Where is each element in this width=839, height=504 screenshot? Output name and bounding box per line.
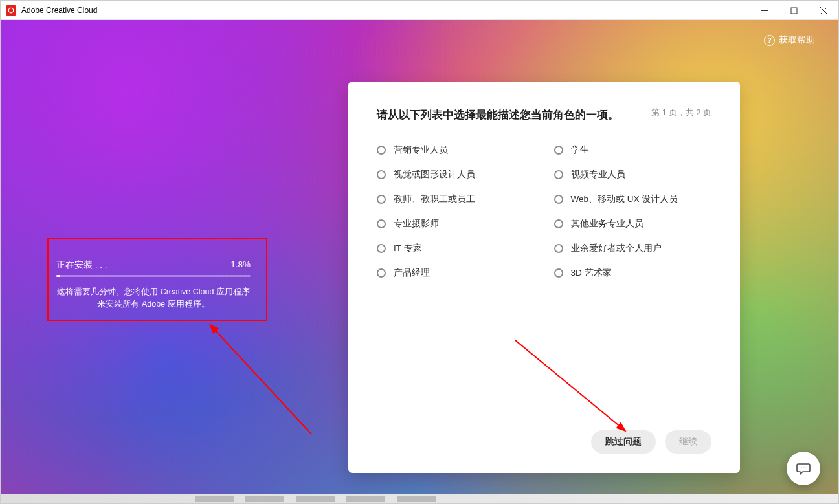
role-option[interactable]: 学生 [554, 144, 712, 156]
survey-options: 营销专业人员视觉或图形设计人员教师、教职工或员工专业摄影师IT 专家产品经理 学… [377, 144, 711, 279]
minimize-button[interactable] [749, 1, 779, 20]
install-progress-bar [56, 275, 251, 277]
survey-title: 请从以下列表中选择最能描述您当前角色的一项。 [377, 107, 619, 122]
svg-point-0 [8, 8, 14, 13]
install-status-row: 正在安装 . . . 1.8% [56, 259, 251, 271]
role-option[interactable]: 视觉或图形设计人员 [377, 169, 535, 181]
close-button[interactable] [809, 1, 838, 20]
role-option[interactable]: IT 专家 [377, 243, 535, 254]
card-header: 请从以下列表中选择最能描述您当前角色的一项。 第 1 页，共 2 页 [377, 107, 711, 122]
svg-point-5 [803, 467, 803, 468]
svg-point-6 [805, 467, 805, 468]
client-area: ? 获取帮助 正在安装 . . . 1.8% 这将需要几分钟。您将使用 Crea… [1, 20, 838, 503]
install-status-text: 正在安装 . . . [56, 259, 107, 271]
svg-line-2 [214, 329, 311, 434]
adobe-cc-icon [6, 5, 16, 16]
role-option-label: 专业摄影师 [394, 218, 439, 230]
radio-icon [554, 244, 563, 253]
chat-icon [796, 461, 811, 476]
window-controls [749, 1, 838, 20]
role-option[interactable]: 其他业务专业人员 [554, 218, 712, 230]
get-help-link[interactable]: ? 获取帮助 [764, 34, 815, 46]
role-option[interactable]: 专业摄影师 [377, 218, 535, 230]
install-progress-fill [56, 275, 60, 277]
role-option-label: 教师、教职工或员工 [394, 193, 475, 205]
role-option[interactable]: 业余爱好者或个人用户 [554, 243, 712, 254]
options-column-right: 学生视频专业人员Web、移动或 UX 设计人员其他业务专业人员业余爱好者或个人用… [554, 144, 712, 279]
help-label: 获取帮助 [779, 34, 815, 46]
help-icon: ? [764, 35, 775, 46]
radio-icon [377, 219, 386, 228]
options-column-left: 营销专业人员视觉或图形设计人员教师、教职工或员工专业摄影师IT 专家产品经理 [377, 144, 535, 279]
install-description: 这将需要几分钟。您将使用 Creative Cloud 应用程序来安装所有 Ad… [56, 286, 251, 311]
role-option[interactable]: 3D 艺术家 [554, 267, 712, 279]
radio-icon [554, 195, 563, 204]
role-option-label: 营销专业人员 [394, 144, 448, 156]
radio-icon [377, 195, 386, 204]
radio-icon [554, 146, 563, 155]
window-title: Adobe Creative Cloud [21, 6, 97, 15]
role-option-label: IT 专家 [394, 243, 422, 254]
role-option-label: 视频专业人员 [571, 169, 625, 181]
role-option-label: 业余爱好者或个人用户 [571, 243, 662, 254]
role-option-label: 视觉或图形设计人员 [394, 169, 475, 181]
svg-rect-1 [791, 8, 797, 14]
radio-icon [554, 219, 563, 228]
role-option[interactable]: 视频专业人员 [554, 169, 712, 181]
svg-point-4 [801, 467, 801, 468]
radio-icon [377, 170, 386, 179]
role-option-label: 学生 [571, 144, 589, 156]
app-window: Adobe Creative Cloud ? 获取帮助 正在安装 . . . 1… [0, 0, 839, 504]
radio-icon [377, 268, 386, 278]
radio-icon [377, 146, 386, 155]
background-taskbar [1, 494, 838, 503]
role-option[interactable]: 教师、教职工或员工 [377, 193, 535, 205]
chat-fab[interactable] [787, 452, 820, 485]
role-option-label: Web、移动或 UX 设计人员 [571, 193, 678, 205]
radio-icon [554, 170, 563, 179]
skip-questions-button[interactable]: 跳过问题 [591, 430, 656, 454]
role-survey-card: 请从以下列表中选择最能描述您当前角色的一项。 第 1 页，共 2 页 营销专业人… [348, 82, 740, 473]
card-footer: 跳过问题 继续 [377, 430, 711, 454]
titlebar: Adobe Creative Cloud [1, 1, 838, 20]
role-option-label: 产品经理 [394, 267, 430, 279]
radio-icon [377, 244, 386, 253]
install-progress-pane: 正在安装 . . . 1.8% 这将需要几分钟。您将使用 Creative Cl… [56, 259, 251, 311]
role-option[interactable]: 产品经理 [377, 267, 535, 279]
page-indicator: 第 1 页，共 2 页 [641, 107, 711, 118]
annotation-arrow-1 [156, 318, 324, 441]
maximize-button[interactable] [779, 1, 809, 20]
role-option-label: 3D 艺术家 [571, 267, 612, 279]
role-option[interactable]: Web、移动或 UX 设计人员 [554, 193, 712, 205]
install-percent-text: 1.8% [230, 259, 251, 271]
radio-icon [554, 268, 563, 278]
role-option-label: 其他业务专业人员 [571, 218, 643, 230]
continue-button[interactable]: 继续 [665, 430, 711, 454]
role-option[interactable]: 营销专业人员 [377, 144, 535, 156]
